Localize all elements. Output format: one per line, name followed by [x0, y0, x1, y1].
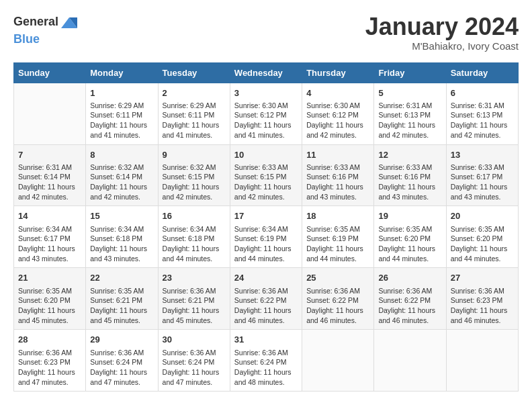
day-info: Sunrise: 6:35 AMSunset: 6:20 PMDaylight:…	[451, 224, 514, 264]
calendar-cell-w4-d3: 23Sunrise: 6:36 AMSunset: 6:21 PMDayligh…	[158, 268, 230, 330]
col-monday: Monday	[86, 62, 158, 83]
day-number: 29	[90, 334, 153, 346]
day-number: 18	[306, 210, 369, 222]
day-info: Sunrise: 6:35 AMSunset: 6:21 PMDaylight:…	[90, 286, 153, 326]
day-number: 12	[378, 149, 441, 161]
day-info: Sunrise: 6:33 AMSunset: 6:16 PMDaylight:…	[378, 163, 441, 202]
col-wednesday: Wednesday	[230, 62, 302, 83]
day-info: Sunrise: 6:36 AMSunset: 6:21 PMDaylight:…	[163, 286, 226, 326]
logo-text: General Blue	[13, 13, 79, 46]
day-info: Sunrise: 6:33 AMSunset: 6:17 PMDaylight:…	[451, 163, 514, 202]
calendar-week-1: 1Sunrise: 6:29 AMSunset: 6:11 PMDaylight…	[14, 83, 519, 144]
calendar-table: Sunday Monday Tuesday Wednesday Thursday…	[13, 62, 519, 392]
day-number: 19	[378, 210, 441, 222]
calendar-cell-w3-d7: 20Sunrise: 6:35 AMSunset: 6:20 PMDayligh…	[446, 206, 518, 268]
day-number: 22	[90, 272, 153, 284]
calendar-cell-w3-d6: 19Sunrise: 6:35 AMSunset: 6:20 PMDayligh…	[374, 206, 446, 268]
calendar-week-4: 21Sunrise: 6:35 AMSunset: 6:20 PMDayligh…	[14, 268, 519, 330]
day-number: 6	[451, 87, 514, 99]
day-info: Sunrise: 6:29 AMSunset: 6:11 PMDaylight:…	[163, 101, 226, 140]
day-number: 26	[378, 272, 441, 284]
day-info: Sunrise: 6:32 AMSunset: 6:15 PMDaylight:…	[163, 163, 226, 202]
calendar-cell-w1-d6: 5Sunrise: 6:31 AMSunset: 6:13 PMDaylight…	[374, 83, 446, 144]
calendar-cell-w3-d3: 16Sunrise: 6:34 AMSunset: 6:18 PMDayligh…	[158, 206, 230, 268]
calendar-cell-w5-d5	[302, 330, 374, 392]
calendar-cell-w4-d5: 25Sunrise: 6:36 AMSunset: 6:22 PMDayligh…	[302, 268, 374, 330]
calendar-cell-w2-d1: 7Sunrise: 6:31 AMSunset: 6:14 PMDaylight…	[14, 144, 86, 206]
col-tuesday: Tuesday	[158, 62, 230, 83]
calendar-cell-w5-d3: 30Sunrise: 6:36 AMSunset: 6:24 PMDayligh…	[158, 330, 230, 392]
day-number: 13	[451, 149, 514, 161]
day-number: 25	[306, 272, 369, 284]
calendar-cell-w3-d4: 17Sunrise: 6:34 AMSunset: 6:19 PMDayligh…	[230, 206, 302, 268]
page-header: General Blue January 2024 M'Bahiakro, Iv…	[13, 13, 519, 52]
day-number: 5	[378, 87, 441, 99]
calendar-cell-w1-d5: 4Sunrise: 6:30 AMSunset: 6:12 PMDaylight…	[302, 83, 374, 144]
calendar-cell-w2-d5: 11Sunrise: 6:33 AMSunset: 6:16 PMDayligh…	[302, 144, 374, 206]
day-number: 7	[18, 149, 81, 161]
day-info: Sunrise: 6:31 AMSunset: 6:13 PMDaylight:…	[378, 101, 441, 140]
calendar-cell-w3-d1: 14Sunrise: 6:34 AMSunset: 6:17 PMDayligh…	[14, 206, 86, 268]
day-info: Sunrise: 6:32 AMSunset: 6:14 PMDaylight:…	[90, 163, 153, 202]
calendar-cell-w4-d6: 26Sunrise: 6:36 AMSunset: 6:22 PMDayligh…	[374, 268, 446, 330]
day-info: Sunrise: 6:36 AMSunset: 6:22 PMDaylight:…	[306, 286, 369, 326]
day-number: 2	[163, 87, 226, 99]
calendar-cell-w1-d2: 1Sunrise: 6:29 AMSunset: 6:11 PMDaylight…	[86, 83, 158, 144]
day-info: Sunrise: 6:36 AMSunset: 6:23 PMDaylight:…	[18, 348, 81, 387]
logo: General Blue	[13, 13, 79, 46]
calendar-week-3: 14Sunrise: 6:34 AMSunset: 6:17 PMDayligh…	[14, 206, 519, 268]
calendar-cell-w5-d1: 28Sunrise: 6:36 AMSunset: 6:23 PMDayligh…	[14, 330, 86, 392]
day-number: 9	[163, 149, 226, 161]
calendar-cell-w2-d7: 13Sunrise: 6:33 AMSunset: 6:17 PMDayligh…	[446, 144, 518, 206]
day-info: Sunrise: 6:33 AMSunset: 6:16 PMDaylight:…	[306, 163, 369, 202]
col-friday: Friday	[374, 62, 446, 83]
calendar-cell-w2-d4: 10Sunrise: 6:33 AMSunset: 6:15 PMDayligh…	[230, 144, 302, 206]
day-number: 27	[451, 272, 514, 284]
day-number: 28	[18, 334, 81, 346]
day-info: Sunrise: 6:31 AMSunset: 6:14 PMDaylight:…	[18, 163, 81, 202]
logo-icon	[60, 13, 79, 32]
title-block: January 2024 M'Bahiakro, Ivory Coast	[365, 13, 519, 52]
day-number: 31	[234, 334, 298, 346]
calendar-week-2: 7Sunrise: 6:31 AMSunset: 6:14 PMDaylight…	[14, 144, 519, 206]
col-sunday: Sunday	[14, 62, 86, 83]
day-number: 21	[18, 272, 81, 284]
day-number: 1	[90, 87, 153, 99]
calendar-cell-w4-d4: 24Sunrise: 6:36 AMSunset: 6:22 PMDayligh…	[230, 268, 302, 330]
calendar-week-5: 28Sunrise: 6:36 AMSunset: 6:23 PMDayligh…	[14, 330, 519, 392]
calendar-cell-w2-d2: 8Sunrise: 6:32 AMSunset: 6:14 PMDaylight…	[86, 144, 158, 206]
day-number: 14	[18, 210, 81, 222]
calendar-cell-w5-d7	[446, 330, 518, 392]
calendar-cell-w3-d2: 15Sunrise: 6:34 AMSunset: 6:18 PMDayligh…	[86, 206, 158, 268]
location: M'Bahiakro, Ivory Coast	[365, 40, 519, 52]
day-info: Sunrise: 6:36 AMSunset: 6:24 PMDaylight:…	[90, 348, 153, 387]
day-info: Sunrise: 6:35 AMSunset: 6:19 PMDaylight:…	[306, 224, 369, 264]
calendar-cell-w1-d4: 3Sunrise: 6:30 AMSunset: 6:12 PMDaylight…	[230, 83, 302, 144]
day-info: Sunrise: 6:36 AMSunset: 6:23 PMDaylight:…	[451, 286, 514, 326]
day-number: 15	[90, 210, 153, 222]
day-info: Sunrise: 6:36 AMSunset: 6:22 PMDaylight:…	[378, 286, 441, 326]
day-number: 17	[234, 210, 298, 222]
day-number: 3	[234, 87, 298, 99]
day-number: 4	[306, 87, 369, 99]
day-info: Sunrise: 6:35 AMSunset: 6:20 PMDaylight:…	[18, 286, 81, 326]
day-number: 8	[90, 149, 153, 161]
calendar-cell-w1-d3: 2Sunrise: 6:29 AMSunset: 6:11 PMDaylight…	[158, 83, 230, 144]
logo-blue: Blue	[13, 32, 40, 46]
day-number: 10	[234, 149, 298, 161]
day-info: Sunrise: 6:34 AMSunset: 6:17 PMDaylight:…	[18, 224, 81, 264]
calendar-cell-w5-d6	[374, 330, 446, 392]
day-info: Sunrise: 6:36 AMSunset: 6:24 PMDaylight:…	[234, 348, 298, 387]
day-number: 24	[234, 272, 298, 284]
day-info: Sunrise: 6:31 AMSunset: 6:13 PMDaylight:…	[451, 101, 514, 140]
calendar-cell-w2-d3: 9Sunrise: 6:32 AMSunset: 6:15 PMDaylight…	[158, 144, 230, 206]
calendar-cell-w4-d2: 22Sunrise: 6:35 AMSunset: 6:21 PMDayligh…	[86, 268, 158, 330]
calendar-cell-w1-d1	[14, 83, 86, 144]
day-info: Sunrise: 6:33 AMSunset: 6:15 PMDaylight:…	[234, 163, 298, 202]
calendar-cell-w3-d5: 18Sunrise: 6:35 AMSunset: 6:19 PMDayligh…	[302, 206, 374, 268]
calendar-cell-w2-d6: 12Sunrise: 6:33 AMSunset: 6:16 PMDayligh…	[374, 144, 446, 206]
day-info: Sunrise: 6:35 AMSunset: 6:20 PMDaylight:…	[378, 224, 441, 264]
calendar-header-row: Sunday Monday Tuesday Wednesday Thursday…	[14, 62, 519, 83]
day-number: 30	[163, 334, 226, 346]
calendar-cell-w1-d7: 6Sunrise: 6:31 AMSunset: 6:13 PMDaylight…	[446, 83, 518, 144]
